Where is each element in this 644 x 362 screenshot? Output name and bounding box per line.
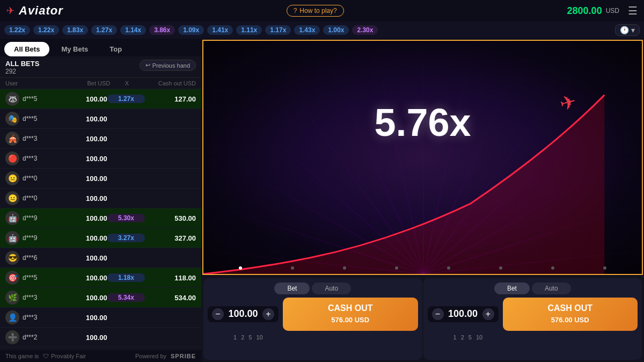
shield-icon: 🛡 [43,353,49,359]
avatar: 🎯 [5,271,19,285]
bet-panel-tab-auto[interactable]: Auto [312,283,351,294]
multiplier-badge: 1.17x [265,25,291,35]
bet-amount: 100.00 [61,95,107,103]
cash-out-button[interactable]: CASH OUT576.00 USD [503,298,638,331]
question-icon: ? [294,7,297,15]
username: d***2 [23,334,37,341]
cash-out-button[interactable]: CASH OUT576.00 USD [283,298,418,331]
table-row: 🌿d***3100.005.34x534.00 [0,288,201,308]
username: d***5 [23,115,37,122]
bet-panel-2: BetAuto−100.00+CASH OUT576.00 USD12510 [423,278,642,360]
bets-tab-all-bets[interactable]: All Bets [4,42,49,56]
quick-amount[interactable]: 2 [241,334,244,341]
dot [603,266,606,270]
multiplier-badge: 1.22x [33,25,59,35]
multiplier-badge: 1.22x [4,25,30,35]
username: d***9 [23,234,37,242]
bet-amount: 100.00 [61,254,107,262]
multiplier-x [107,198,145,199]
right-panel: 5.76x ✈ BetAuto−100.00+CASH OUT576.00 US… [201,39,644,362]
username: d***0 [23,175,37,182]
top-bar: ✈ Aviator ? How to play? 2800.00 USD ☰ [0,0,644,21]
username: d***5 [23,274,37,281]
user-cell: 🔴d***3 [5,151,61,165]
quick-amount[interactable]: 1 [453,334,457,341]
quick-amount[interactable]: 1 [233,334,237,341]
bet-amount: 100.00 [61,175,107,183]
multiplier-badge: 1.11x [236,25,262,35]
balance-currency: USD [606,7,619,15]
username: d***3 [23,155,37,162]
bet-panel-1: BetAuto−100.00+CASH OUT576.00 USD12510 [203,278,422,360]
multiplier-badge: 1.00x [323,25,349,35]
table-row: 🎭d***5100.00 [0,109,201,129]
quick-amount[interactable]: 10 [256,334,262,341]
left-panel: All BetsMy BetsTop ↩ Previous hand ALL B… [0,39,201,362]
multiplier-x: 1.18x [107,273,145,282]
cashout-amount: 327.00 [145,234,196,242]
increase-bet-button[interactable]: + [262,308,274,320]
cashout-amount: 127.00 [145,95,196,103]
bet-amount: 100.00 [61,334,107,342]
multiplier-x: 5.30x [107,214,145,222]
bet-controls: −100.00+CASH OUT576.00 USD [208,298,418,331]
logo: ✈ Aviator [6,4,63,18]
bet-amount: 100.00 [61,294,107,302]
betting-panel: BetAuto−100.00+CASH OUT576.00 USD12510Be… [201,276,644,362]
multiplier-badge: 3.86x [149,25,175,35]
history-button[interactable]: 🕐 ▾ [615,24,640,36]
dots-bar [203,266,642,270]
increase-bet-button[interactable]: + [482,308,494,320]
bet-input-group: −100.00+ [208,306,279,322]
decrease-bet-button[interactable]: − [432,308,444,320]
menu-icon[interactable]: ☰ [628,4,638,17]
quick-amount[interactable]: 10 [476,334,482,341]
bets-tab-top[interactable]: Top [100,42,131,56]
user-cell: 😐d***0 [5,171,61,185]
multiplier-x: 5.34x [107,293,145,302]
dot [395,266,398,270]
multiplier-x [107,158,145,159]
avatar: ➕ [5,330,19,344]
user-cell: ➕d***2 [5,330,61,344]
multiplier-badge: 1.27x [91,25,117,35]
bet-amount: 100.00 [61,314,107,322]
bets-tabs: All BetsMy BetsTop [0,39,201,56]
powered-by-text: Powered by [135,353,166,359]
multiplier-display: 5.76x [374,100,471,144]
avatar: 😐 [5,171,19,185]
table-row: 😐d***0100.00 [0,169,201,189]
bet-panel-tab-bet[interactable]: Bet [494,283,530,294]
history-icon: ↩ [145,62,150,69]
all-bets-header: ↩ Previous hand ALL BETS 292 [0,56,201,78]
game-curve [203,41,642,274]
bet-panel-tabs: BetAuto [208,283,418,294]
quick-amount[interactable]: 2 [461,334,464,341]
col-x-header: X [110,80,143,86]
user-cell: 👤d***3 [5,310,61,324]
multiplier-badge: 1.09x [178,25,204,35]
table-row: ➕d***2100.00 [0,328,201,347]
username: d***6 [23,254,37,262]
bet-amount: 100.00 [61,194,107,202]
previous-hand-button[interactable]: ↩ Previous hand [140,60,196,71]
decrease-bet-button[interactable]: − [212,308,224,320]
multiplier-x [107,138,145,139]
logo-text: Aviator [19,4,63,18]
dot [447,266,450,270]
cashout-amount: 534.00 [145,294,196,302]
quick-amount[interactable]: 5 [248,334,252,341]
user-cell: 🤖d***9 [5,211,61,225]
bets-tab-my-bets[interactable]: My Bets [52,42,98,56]
dot [239,266,242,270]
bet-panel-tab-auto[interactable]: Auto [532,283,571,294]
bet-panel-tab-bet[interactable]: Bet [274,283,310,294]
user-cell: 😎d***6 [5,251,61,265]
how-to-play-button[interactable]: ? How to play? [287,5,344,17]
game-canvas: 5.76x ✈ [202,40,643,275]
bet-amount: 100.00 [61,155,107,163]
avatar: 🤖 [5,211,19,225]
username: d***3 [23,294,37,301]
quick-amount[interactable]: 5 [469,334,472,341]
col-cashout-header: Cash out USD [143,80,196,86]
